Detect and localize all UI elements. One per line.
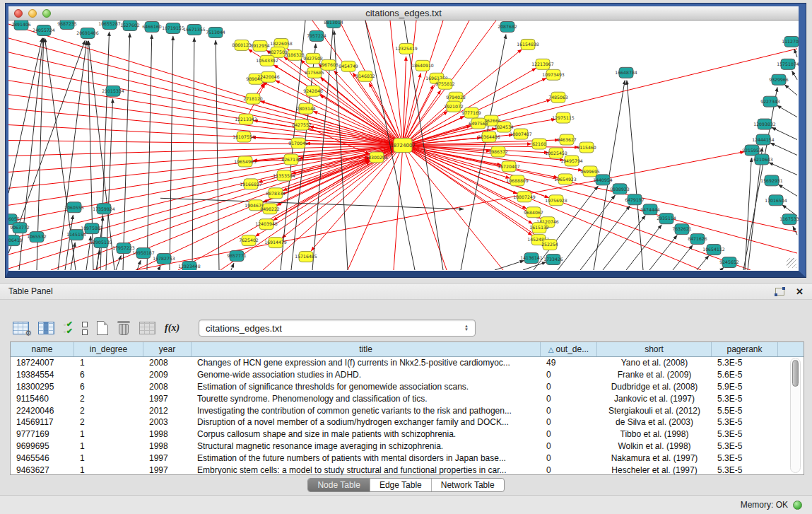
new-table-button[interactable] [97, 321, 108, 335]
table-row[interactable]: 1456911722003Disruption of a novel membe… [11, 416, 804, 428]
graph-node-label: 12923448 [178, 264, 201, 269]
delete-table-button-disabled [139, 322, 155, 334]
table-row[interactable]: 969969511998Structural magnetic resonanc… [11, 440, 804, 452]
table-cell: 0 [541, 465, 597, 475]
table-cell: 0 [541, 453, 597, 463]
table-row[interactable]: 977716911998Corpus callosum shape and si… [11, 428, 804, 440]
memory-status-dot [793, 501, 802, 510]
table-cell: 6 [74, 370, 143, 380]
graph-node-label: 8454749 [339, 64, 358, 69]
table-row[interactable]: 911546021997Tourette syndrome. Phenomeno… [11, 392, 804, 404]
table-cell: 49 [541, 358, 597, 368]
table-cell: Estimation of the future numbers of pati… [192, 453, 541, 463]
graph-node-label: 8471626 [688, 236, 707, 241]
graph-node-label: 11353584 [273, 173, 295, 178]
graph-node-label: 252254 [541, 242, 558, 247]
table-header-row: namein_degreeyeartitle△out_de...shortpag… [11, 342, 804, 357]
graph-node-label: 7632621 [672, 226, 692, 231]
graph-node-label: 1145154 [66, 232, 86, 237]
close-window-button[interactable] [14, 9, 23, 18]
row-layout-button[interactable] [82, 322, 88, 335]
window-titlebar[interactable]: citations_edges.txt [8, 6, 799, 21]
table-cell: 22420046 [11, 406, 74, 416]
graph-node-label: 1167533 [779, 217, 799, 222]
network-graph-svg[interactable]: 1872400718300295886012389129541822605898… [8, 21, 799, 270]
table-row[interactable]: 946362711997Embryonic stem cells: a mode… [11, 464, 804, 475]
graph-node-label: 18226058 [270, 41, 293, 46]
graph-node-label: 10973493 [542, 72, 565, 77]
column-header-in-degree[interactable]: in_degree [74, 342, 143, 356]
graph-node-label: 8860123 [232, 42, 252, 47]
column-header-pagerank[interactable]: pagerank [712, 342, 778, 356]
table-rows: 1872400712008Changes of HCN gene express… [11, 357, 804, 475]
select-rows-button[interactable]: ✔✔ [64, 321, 73, 335]
table-cell: 9115460 [11, 394, 74, 404]
table-panel-titlebar: Table Panel ✕ [0, 283, 812, 300]
graph-node-label: 7513044 [206, 30, 225, 35]
table-cell: Hescheler et al. (1997) [597, 465, 712, 475]
column-header-year[interactable]: year [143, 342, 192, 356]
function-builder-button[interactable]: f(x) [165, 322, 180, 334]
table-cell: 18300295 [11, 382, 74, 392]
function-icon: f(x) [165, 322, 180, 334]
zoom-window-button[interactable] [42, 9, 51, 18]
float-panel-icon[interactable] [775, 288, 784, 296]
graph-node-label: 9684067 [524, 210, 543, 215]
table-cell: 0 [541, 382, 597, 392]
table-row[interactable]: 1872400712008Changes of HCN gene express… [11, 357, 804, 369]
graph-node-label: 19166827 [240, 182, 262, 187]
graph-node-label: 9146832 [355, 74, 375, 78]
network-canvas[interactable]: 1872400718300295886012389129541822605898… [8, 21, 799, 270]
table-cell: 0 [541, 394, 597, 404]
tab-edge-table[interactable]: Edge Table [370, 479, 431, 491]
select-column-button[interactable] [38, 322, 54, 334]
graph-node-label: 7625402 [239, 238, 259, 243]
close-panel-icon[interactable]: ✕ [796, 287, 804, 296]
graph-node-label: 9755812 [435, 81, 455, 86]
table-settings-button[interactable]: ⚙ [13, 322, 29, 334]
table-cell: 9777169 [11, 429, 74, 439]
table-row[interactable]: 946554611997Estimation of the future num… [11, 452, 804, 464]
column-header-title[interactable]: title [192, 342, 541, 356]
column-header-out-de-[interactable]: △out_de... [541, 342, 597, 356]
graph-node-label: 9329966 [769, 77, 789, 82]
column-header-name[interactable]: name [11, 342, 74, 356]
graph-node-label: 10543392 [256, 58, 278, 63]
table-cell: 1 [74, 358, 143, 368]
table-row[interactable]: 1938455462009Genome-wide association stu… [11, 369, 804, 381]
graph-node-label: 17957223 [112, 245, 135, 250]
graph-node-label: 12403948 [255, 221, 278, 226]
delete-button[interactable] [117, 320, 130, 336]
status-bar: Memory: OK [0, 495, 812, 514]
graph-node-label: 16671355 [183, 27, 206, 32]
tab-network-table[interactable]: Network Table [431, 479, 504, 491]
graph-node-label: 9699695 [580, 169, 600, 174]
table-cell: 1998 [143, 441, 192, 451]
column-header-short[interactable]: short [597, 342, 712, 356]
table-row[interactable]: 2242004622012Investigating the contribut… [11, 404, 804, 416]
table-cell: Nakamura et al. (1997) [597, 453, 712, 463]
graph-node-label: 12905135 [90, 240, 112, 245]
graph-node-label: 18107554 [233, 134, 255, 139]
table-scrollbar-thumb[interactable] [792, 360, 799, 387]
table-cell: 6 [74, 382, 143, 392]
canvas-resize-grip[interactable] [787, 258, 796, 268]
tab-node-table[interactable]: Node Table [308, 479, 370, 491]
table-cell: Wolkin et al. (1998) [597, 441, 712, 451]
graph-node-label: 10958187 [132, 250, 155, 255]
minimize-window-button[interactable] [28, 9, 37, 18]
graph-node-label: 22420046 [257, 74, 280, 79]
checklist-icon: ✔✔ [64, 321, 73, 335]
graph-node-label: 9827508 [303, 56, 323, 61]
table-scrollbar[interactable] [790, 358, 801, 473]
graph-node-label: 9777169 [461, 110, 481, 115]
graph-node-label: 12444154 [752, 137, 775, 142]
table-cell: 0 [541, 406, 597, 416]
graph-node-label: 8938923 [610, 187, 630, 192]
table-cell: Genome-wide association studies in ADHD. [192, 370, 541, 380]
table-cell: 0 [541, 417, 597, 427]
graph-node-label: 1112704 [782, 39, 799, 44]
table-selector-dropdown[interactable]: citations_edges.txt ▲▼ [199, 320, 476, 337]
table-row[interactable]: 1830029562008Estimation of significance … [11, 381, 804, 393]
table-cell: 2012 [143, 406, 192, 416]
